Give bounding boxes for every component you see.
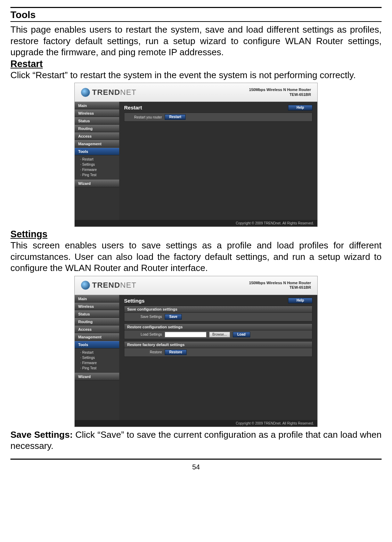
subnav-restart[interactable]: Restart <box>80 157 119 162</box>
save-config-bar: Save configuration settings <box>124 306 312 313</box>
title-underline <box>10 21 382 22</box>
brand-2: TRENDNET <box>81 281 137 290</box>
help-button-2[interactable]: Help <box>288 298 312 303</box>
sidebar2-item-access[interactable]: Access <box>75 326 119 333</box>
sidebar2-item-status[interactable]: Status <box>75 310 119 318</box>
settings-paragraph: This screen enables users to save settin… <box>10 240 382 274</box>
sidebar2-item-wizard[interactable]: Wizard <box>75 373 119 380</box>
sidebar-item-wireless[interactable]: Wireless <box>75 109 119 117</box>
sidebar2-item-wireless[interactable]: Wireless <box>75 303 119 310</box>
subnav-firmware[interactable]: Firmware <box>80 167 119 172</box>
router-footer: Copyright © 2009 TRENDnet. All Rights Re… <box>75 220 317 227</box>
browse-button[interactable]: Browse... <box>209 332 230 337</box>
brand-b: NET <box>120 88 137 97</box>
restore-config-bar: Restore configuration settings <box>124 323 312 330</box>
settings-heading: Settings <box>10 229 382 240</box>
restore-label: Restore <box>127 350 162 354</box>
settings-panel-title: Settings <box>124 298 145 304</box>
brand-text: TRENDNET <box>92 88 137 97</box>
sidebar-subnav: Restart Settings Firmware Ping Test <box>75 155 119 180</box>
restart-screenshot: TRENDNET 150Mbps Wireless N Home Router … <box>74 83 318 227</box>
brand-b-2: NET <box>120 281 137 289</box>
brand-text-2: TRENDNET <box>92 281 137 290</box>
sidebar2-item-tools[interactable]: Tools <box>75 341 119 348</box>
settings-screenshot: TRENDNET 150Mbps Wireless N Home Router … <box>74 276 318 427</box>
restart-content: Restart Help Restart you router Restart <box>119 102 317 220</box>
router-footer-2: Copyright © 2009 TRENDnet. All Rights Re… <box>75 420 317 427</box>
page-footer: 54 <box>10 459 382 471</box>
factory-default-bar: Restore factory default settings <box>124 341 312 348</box>
model-line2-2: TEW-651BR <box>249 285 311 290</box>
sidebar-item-access[interactable]: Access <box>75 132 119 140</box>
save-button[interactable]: Save <box>165 314 182 320</box>
subnav-ping[interactable]: Ping Test <box>80 172 119 178</box>
page-number: 54 <box>192 463 200 471</box>
router-header: TRENDNET 150Mbps Wireless N Home Router … <box>75 83 317 102</box>
load-button[interactable]: Load <box>233 332 250 337</box>
model-line2: TEW-651BR <box>249 92 311 97</box>
sidebar-item-tools[interactable]: Tools <box>75 148 119 155</box>
sidebar-item-main[interactable]: Main <box>75 102 119 109</box>
sidebar-item-status[interactable]: Status <box>75 117 119 125</box>
load-file-input[interactable] <box>165 332 206 337</box>
restart-paragraph: Click “Restart” to restart the system in… <box>10 69 382 81</box>
page-title: Tools <box>10 9 382 21</box>
sidebar-item-wizard[interactable]: Wizard <box>75 180 119 187</box>
brand-a-2: TREND <box>92 281 120 289</box>
sidebar2-subnav: Restart Settings Firmware Ping Test <box>75 348 119 373</box>
model-line1: 150Mbps Wireless N Home Router <box>249 88 311 92</box>
restart-heading: Restart <box>10 59 382 69</box>
model-text: 150Mbps Wireless N Home Router TEW-651BR <box>249 88 311 97</box>
save-settings-inline-label: Save Settings: <box>10 429 73 440</box>
save-settings-label: Save Settings <box>127 315 162 319</box>
brand: TRENDNET <box>81 88 137 97</box>
restart-row-label: Restart you router <box>127 115 162 119</box>
settings-content: Settings Help Save configuration setting… <box>119 295 317 420</box>
sidebar-item-management[interactable]: Management <box>75 140 119 148</box>
subnav2-restart[interactable]: Restart <box>80 350 119 355</box>
restart-panel-title: Restart <box>124 105 142 110</box>
load-settings-label: Load Settings <box>127 332 162 336</box>
restore-button[interactable]: Restore <box>165 350 187 355</box>
subnav2-firmware[interactable]: Firmware <box>80 360 119 366</box>
sidebar2-item-routing[interactable]: Routing <box>75 318 119 326</box>
restart-button[interactable]: Restart <box>165 114 186 120</box>
brand-logo-icon <box>81 88 90 97</box>
brand-a: TREND <box>92 88 120 97</box>
top-rule <box>10 7 382 8</box>
save-settings-paragraph: Save Settings: Click “Save” to save the … <box>10 429 382 452</box>
intro-paragraph: This page enables users to restart the s… <box>10 24 382 58</box>
model-text-2: 150Mbps Wireless N Home Router TEW-651BR <box>249 281 311 290</box>
sidebar2-item-main[interactable]: Main <box>75 295 119 303</box>
router-header-2: TRENDNET 150Mbps Wireless N Home Router … <box>75 276 317 295</box>
model-line1-2: 150Mbps Wireless N Home Router <box>249 281 311 285</box>
sidebar-2: Main Wireless Status Routing Access Mana… <box>75 295 119 420</box>
help-button[interactable]: Help <box>288 105 312 110</box>
sidebar-item-routing[interactable]: Routing <box>75 125 119 132</box>
sidebar2-item-management[interactable]: Management <box>75 333 119 341</box>
subnav2-settings[interactable]: Settings <box>80 355 119 360</box>
sidebar: Main Wireless Status Routing Access Mana… <box>75 102 119 220</box>
brand-logo-icon-2 <box>81 281 90 290</box>
subnav2-ping[interactable]: Ping Test <box>80 366 119 371</box>
subnav-settings[interactable]: Settings <box>80 162 119 167</box>
